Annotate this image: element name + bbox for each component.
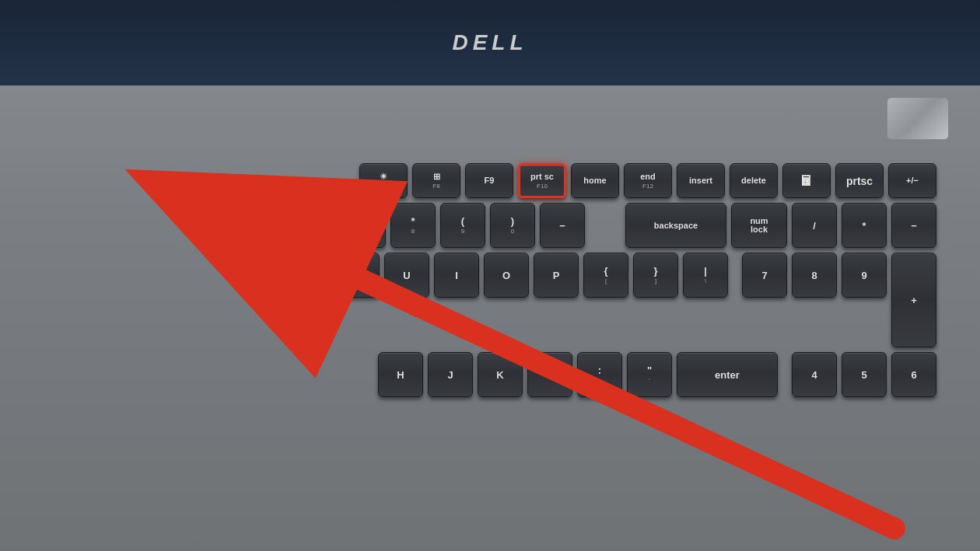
yui-key-row: Y U I O P { [ } ] | \ 7 8 9 +: [16, 253, 964, 347]
dell-logo: DELL: [452, 30, 527, 55]
key-closebrace[interactable]: } ]: [633, 253, 678, 298]
key-open9[interactable]: ( 9: [440, 203, 485, 248]
keyboard-area: ☀ F7 ⊞ F8 F9 prt sc F10 home end F12: [0, 152, 980, 551]
key-l[interactable]: L: [527, 352, 572, 397]
laptop-body: DELL ☀ F7 ⊞ F8 F9 prt sc F10: [0, 0, 980, 551]
key-f8[interactable]: ⊞ F8: [412, 163, 460, 198]
key-num8[interactable]: 8: [792, 253, 837, 298]
key-num4[interactable]: 4: [792, 352, 837, 397]
key-openbrace[interactable]: { [: [583, 253, 628, 298]
key-h[interactable]: H: [378, 352, 423, 397]
screen-bezel: DELL: [0, 0, 980, 85]
key-numlock[interactable]: numlock: [731, 203, 787, 248]
key-dash[interactable]: −: [540, 203, 585, 248]
key-numplus[interactable]: +: [891, 253, 936, 347]
key-num6[interactable]: 6: [891, 352, 936, 397]
key-prtsc[interactable]: prt sc F10: [518, 163, 566, 198]
key-num7[interactable]: 7: [742, 253, 787, 298]
key-backspace[interactable]: backspace: [625, 203, 726, 248]
key-calc[interactable]: 🖩: [782, 163, 831, 198]
key-insert[interactable]: insert: [677, 163, 725, 198]
fn-key-row: ☀ F7 ⊞ F8 F9 prt sc F10 home end F12: [16, 163, 964, 198]
key-num5[interactable]: 5: [842, 352, 887, 397]
key-plusminus[interactable]: +/−: [888, 163, 936, 198]
key-ce[interactable]: prtsc: [835, 163, 884, 198]
key-numslash[interactable]: /: [792, 203, 837, 248]
key-enter[interactable]: enter: [677, 352, 778, 397]
key-y[interactable]: Y: [334, 253, 380, 298]
key-f7[interactable]: ☀ F7: [359, 163, 408, 198]
key-f9[interactable]: F9: [465, 163, 513, 198]
key-pipe[interactable]: | \: [683, 253, 728, 298]
key-colon[interactable]: : ;: [577, 352, 622, 397]
key-p[interactable]: P: [534, 253, 579, 298]
key-numstar[interactable]: *: [842, 203, 887, 248]
key-close0[interactable]: ) 0: [490, 203, 535, 248]
key-u[interactable]: U: [384, 253, 429, 298]
key-numminus[interactable]: −: [891, 203, 936, 248]
number-key-row: & 7 * 8 ( 9 ) 0 − backspace: [16, 203, 964, 248]
power-button-area: [887, 97, 949, 140]
key-j[interactable]: J: [428, 352, 473, 397]
key-quote[interactable]: " ': [627, 352, 672, 397]
key-delete[interactable]: delete: [730, 163, 778, 198]
key-end[interactable]: end F12: [624, 163, 672, 198]
key-star8[interactable]: * 8: [390, 203, 436, 248]
key-amp7[interactable]: & 7: [341, 203, 386, 248]
key-k[interactable]: K: [478, 352, 523, 397]
key-o[interactable]: O: [484, 253, 529, 298]
key-num9[interactable]: 9: [842, 253, 887, 298]
hjkl-key-row: H J K L : ; " ' enter 4 5 6: [16, 352, 964, 397]
key-i[interactable]: I: [434, 253, 479, 298]
key-home[interactable]: home: [571, 163, 619, 198]
